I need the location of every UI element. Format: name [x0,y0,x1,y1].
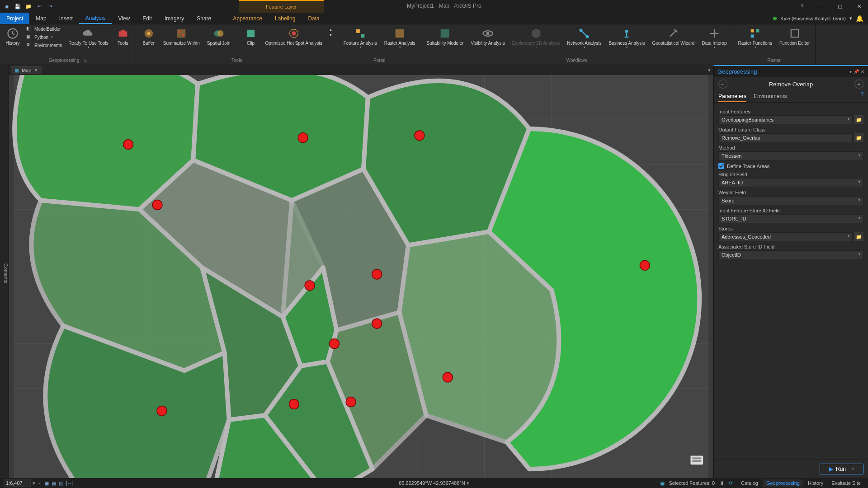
map-view-tab[interactable]: ▦ Map ✕ [11,66,42,74]
maximize-icon[interactable]: ▢ [831,0,849,13]
svg-point-9 [217,30,223,37]
summarize-button[interactable]: Summarize Within [160,25,203,47]
group-label-raster: Raster [735,57,812,64]
stores-select[interactable]: Addresses_Geocoded [718,232,853,241]
pointer-coords-icon[interactable]: ·| [39,480,42,486]
undo-icon[interactable]: ↶ [35,2,43,10]
tab-edit[interactable]: Edit [136,13,158,24]
close-icon[interactable]: ✕ [850,0,868,13]
function-editor-button[interactable]: Function Editor [777,25,812,47]
assoc-store-id-select[interactable]: ObjectID [718,250,863,259]
tool-help-icon[interactable]: ? [861,91,863,102]
scale-dropdown-icon[interactable]: ▾ [33,480,35,486]
tab-labeling[interactable]: Labeling [269,13,302,24]
catalog-tab[interactable]: Catalog [737,479,762,487]
evaluate-site-tab[interactable]: Evaluate Site [828,479,864,487]
refresh-icon[interactable]: ⟳ [729,480,733,486]
dialog-launcher-icon[interactable]: ↘ [83,58,87,63]
tab-map[interactable]: Map [29,13,52,24]
browse-output-icon[interactable]: 📁 [854,133,863,142]
tab-insert[interactable]: Insert [53,13,79,24]
visibility-button[interactable]: Visibility Analysis [468,25,507,47]
tab-data[interactable]: Data [302,13,326,24]
input-features-select[interactable]: OverlappingBoundaries [718,115,853,124]
spatial-join-button[interactable]: Spatial Join [204,25,233,47]
pane-options-icon[interactable]: ▾ [849,69,852,74]
ring-id-select[interactable]: AREA_ID [718,178,863,187]
hotspot-button[interactable]: Optimized Hot Spot Analysis [263,25,325,47]
store-id-select[interactable]: STORE_ID [718,214,863,223]
group-label-workflows: Workflows [424,57,730,64]
network-icon [578,27,590,40]
weight-select[interactable]: Score [718,196,863,205]
raster-analysis-button[interactable]: Raster Analysis▾ [382,25,418,51]
svg-point-55 [640,260,650,270]
tab-share[interactable]: Share [190,13,217,24]
svg-rect-22 [751,29,754,33]
tools-button[interactable]: Tools [113,25,133,47]
grid-icon[interactable]: ▤ [52,480,56,486]
user-dropdown-icon[interactable]: ▾ [849,15,852,21]
contents-pane-tab[interactable]: Contents [0,65,9,478]
pane-autohide-icon[interactable]: 📌 [854,69,859,74]
data-interop-button[interactable]: Data Interop▾ [699,25,729,51]
pause-drawing-icon[interactable]: ⏸ [719,480,724,486]
raster-functions-button[interactable]: Raster Functions▾ [735,25,775,51]
coordinate-display[interactable]: 85.6229549°W 42.9367488°N ▾ [399,480,469,486]
feature-analysis-button[interactable]: Feature Analysis▾ [341,25,380,51]
dynamic-icon[interactable]: |↔| [66,480,74,486]
ribbon: History ◧ModelBuilder ▦Python▾ ⚙Environm… [0,24,868,65]
add-batch-button[interactable]: + [854,80,863,89]
tab-imagery[interactable]: Imagery [158,13,190,24]
geoprocessing-tab[interactable]: Geoprocessing [763,479,803,487]
modelbuilder-button[interactable]: ◧ModelBuilder [24,25,64,33]
python-button[interactable]: ▦Python▾ [24,33,64,41]
notifications-icon[interactable]: 🔔 [856,15,863,22]
history-tab[interactable]: History [804,479,827,487]
run-button[interactable]: ▶ Run ▾ [820,464,863,474]
geostat-button[interactable]: Geostatistical Wizard [650,25,698,47]
business-button[interactable]: Business Analysis▾ [606,25,647,51]
interop-icon [708,27,721,40]
suitability-button[interactable]: Suitability Modeler [424,25,467,47]
buffer-button[interactable]: Buffer [139,25,159,47]
app-icon[interactable]: ◆ [3,2,11,10]
tab-analysis[interactable]: Analysis [79,13,112,24]
save-icon[interactable]: 💾 [14,2,22,10]
selected-features-icon[interactable]: ▣ [660,480,665,486]
output-fc-input[interactable] [718,133,853,142]
snap-icon[interactable]: ▦ [44,480,49,486]
user-name[interactable]: Kyle (Business Analyst Team) [780,16,846,21]
ready-tools-button[interactable]: Ready To Use Tools▾ [66,25,111,51]
svg-point-11 [292,31,296,35]
svg-rect-58 [692,460,701,462]
minimize-icon[interactable]: — [812,0,830,13]
clip-button[interactable]: Clip [241,25,261,47]
help-icon[interactable]: ? [793,0,811,13]
tab-appearance[interactable]: Appearance [226,13,269,24]
map-tab-label: Map [22,68,31,73]
view-menu-dropdown[interactable]: ▾ [708,67,711,73]
pane-close-icon[interactable]: ✕ [861,69,864,74]
tools-gallery-dropdown[interactable]: ▴▾ [327,25,335,39]
define-trade-areas-checkbox[interactable] [718,163,724,169]
scale-input[interactable] [4,479,31,487]
environments-button[interactable]: ⚙Environments [24,42,64,49]
history-button[interactable]: History [3,25,23,47]
map-canvas[interactable] [9,75,713,478]
parameters-tab[interactable]: Parameters [718,91,746,102]
tab-project[interactable]: Project [0,13,29,24]
run-dropdown-icon[interactable]: ▾ [852,467,854,471]
open-icon[interactable]: 📁 [24,2,33,10]
browse-input-icon[interactable]: 📁 [854,115,863,124]
map-icon: ▦ [14,67,19,73]
constraints-icon[interactable]: ▥ [59,480,63,486]
redo-icon[interactable]: ↷ [46,2,54,10]
method-select[interactable]: Thiessen [718,151,863,160]
back-button[interactable]: ← [718,80,727,89]
tab-view[interactable]: View [112,13,136,24]
environments-tab[interactable]: Environments [754,91,787,102]
network-button[interactable]: Network Analysis▾ [564,25,604,51]
close-map-tab-icon[interactable]: ✕ [34,67,38,73]
browse-stores-icon[interactable]: 📁 [854,232,863,241]
